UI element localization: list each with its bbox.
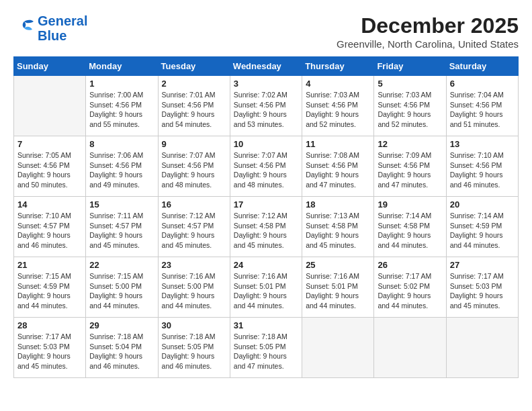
calendar-cell: 7Sunrise: 7:05 AM Sunset: 4:56 PM Daylig… [14, 136, 86, 197]
day-info: Sunrise: 7:06 AM Sunset: 4:56 PM Dayligh… [89, 150, 154, 190]
calendar-cell: 16Sunrise: 7:12 AM Sunset: 4:57 PM Dayli… [158, 197, 230, 257]
calendar-cell: 21Sunrise: 7:15 AM Sunset: 4:59 PM Dayli… [14, 257, 86, 318]
calendar-cell: 17Sunrise: 7:12 AM Sunset: 4:58 PM Dayli… [230, 197, 302, 257]
calendar-cell: 8Sunrise: 7:06 AM Sunset: 4:56 PM Daylig… [86, 136, 158, 197]
calendar-week-row: 28Sunrise: 7:17 AM Sunset: 5:03 PM Dayli… [14, 318, 519, 378]
day-info: Sunrise: 7:04 AM Sunset: 4:56 PM Dayligh… [450, 90, 515, 130]
day-number: 22 [89, 260, 154, 270]
day-info: Sunrise: 7:00 AM Sunset: 4:56 PM Dayligh… [89, 90, 154, 130]
day-number: 21 [17, 260, 82, 270]
day-number: 17 [234, 199, 298, 210]
day-number: 16 [162, 199, 226, 210]
day-number: 13 [450, 139, 515, 149]
day-number: 24 [234, 260, 298, 270]
day-number: 26 [378, 260, 442, 270]
day-number: 28 [17, 320, 82, 330]
day-number: 27 [450, 260, 515, 270]
day-number: 30 [162, 320, 226, 330]
day-number: 4 [306, 79, 370, 89]
calendar-cell: 30Sunrise: 7:18 AM Sunset: 5:05 PM Dayli… [158, 318, 230, 378]
day-info: Sunrise: 7:07 AM Sunset: 4:56 PM Dayligh… [234, 150, 298, 190]
calendar-cell: 26Sunrise: 7:17 AM Sunset: 5:02 PM Dayli… [374, 257, 446, 318]
day-number: 11 [306, 139, 370, 149]
weekday-header: Thursday [302, 57, 374, 76]
calendar-cell: 9Sunrise: 7:07 AM Sunset: 4:56 PM Daylig… [158, 136, 230, 197]
calendar-cell: 27Sunrise: 7:17 AM Sunset: 5:03 PM Dayli… [446, 257, 518, 318]
calendar-cell: 15Sunrise: 7:11 AM Sunset: 4:57 PM Dayli… [86, 197, 158, 257]
logo: General Blue [13, 13, 87, 43]
calendar-cell: 11Sunrise: 7:08 AM Sunset: 4:56 PM Dayli… [302, 136, 374, 197]
calendar-week-row: 21Sunrise: 7:15 AM Sunset: 4:59 PM Dayli… [14, 257, 519, 318]
calendar-cell: 24Sunrise: 7:16 AM Sunset: 5:01 PM Dayli… [230, 257, 302, 318]
day-info: Sunrise: 7:11 AM Sunset: 4:57 PM Dayligh… [89, 211, 154, 250]
day-number: 25 [306, 260, 370, 270]
weekday-header: Friday [374, 57, 446, 76]
month-title: December 2025 [337, 13, 519, 38]
day-number: 8 [89, 139, 154, 149]
day-info: Sunrise: 7:18 AM Sunset: 5:05 PM Dayligh… [162, 332, 226, 371]
day-number: 23 [162, 260, 226, 270]
calendar-cell [14, 76, 86, 136]
calendar-cell [374, 318, 446, 378]
calendar-cell: 25Sunrise: 7:16 AM Sunset: 5:01 PM Dayli… [302, 257, 374, 318]
day-number: 19 [378, 199, 442, 210]
day-info: Sunrise: 7:01 AM Sunset: 4:56 PM Dayligh… [162, 90, 226, 130]
weekday-header: Monday [86, 57, 158, 76]
calendar-cell: 28Sunrise: 7:17 AM Sunset: 5:03 PM Dayli… [14, 318, 86, 378]
day-info: Sunrise: 7:02 AM Sunset: 4:56 PM Dayligh… [234, 90, 298, 130]
day-info: Sunrise: 7:07 AM Sunset: 4:56 PM Dayligh… [162, 150, 226, 190]
logo-line2: Blue [38, 28, 87, 43]
day-number: 29 [89, 320, 154, 330]
calendar-cell: 14Sunrise: 7:10 AM Sunset: 4:57 PM Dayli… [14, 197, 86, 257]
day-info: Sunrise: 7:14 AM Sunset: 4:59 PM Dayligh… [450, 211, 515, 250]
day-info: Sunrise: 7:03 AM Sunset: 4:56 PM Dayligh… [378, 90, 442, 130]
day-number: 5 [378, 79, 442, 89]
logo-icon [13, 19, 35, 38]
day-number: 9 [162, 139, 226, 149]
calendar-week-row: 7Sunrise: 7:05 AM Sunset: 4:56 PM Daylig… [14, 136, 519, 197]
day-info: Sunrise: 7:08 AM Sunset: 4:56 PM Dayligh… [306, 150, 370, 190]
calendar-header-row: SundayMondayTuesdayWednesdayThursdayFrid… [14, 57, 519, 76]
day-info: Sunrise: 7:13 AM Sunset: 4:58 PM Dayligh… [306, 211, 370, 250]
day-info: Sunrise: 7:15 AM Sunset: 4:59 PM Dayligh… [17, 271, 82, 311]
day-number: 15 [89, 199, 154, 210]
day-info: Sunrise: 7:15 AM Sunset: 5:00 PM Dayligh… [89, 271, 154, 311]
day-info: Sunrise: 7:09 AM Sunset: 4:56 PM Dayligh… [378, 150, 442, 190]
calendar-cell: 13Sunrise: 7:10 AM Sunset: 4:56 PM Dayli… [446, 136, 518, 197]
day-number: 10 [234, 139, 298, 149]
day-info: Sunrise: 7:16 AM Sunset: 5:01 PM Dayligh… [306, 271, 370, 311]
day-info: Sunrise: 7:17 AM Sunset: 5:03 PM Dayligh… [450, 271, 515, 311]
calendar-cell: 5Sunrise: 7:03 AM Sunset: 4:56 PM Daylig… [374, 76, 446, 136]
day-number: 3 [234, 79, 298, 89]
weekday-header: Tuesday [158, 57, 230, 76]
page-header: General Blue December 2025 Greenville, N… [13, 13, 519, 50]
calendar-cell: 2Sunrise: 7:01 AM Sunset: 4:56 PM Daylig… [158, 76, 230, 136]
calendar-cell: 6Sunrise: 7:04 AM Sunset: 4:56 PM Daylig… [446, 76, 518, 136]
weekday-header: Saturday [446, 57, 518, 76]
calendar-cell: 12Sunrise: 7:09 AM Sunset: 4:56 PM Dayli… [374, 136, 446, 197]
calendar-table: SundayMondayTuesdayWednesdayThursdayFrid… [13, 56, 519, 378]
day-number: 12 [378, 139, 442, 149]
day-number: 2 [162, 79, 226, 89]
calendar-cell: 1Sunrise: 7:00 AM Sunset: 4:56 PM Daylig… [86, 76, 158, 136]
weekday-header: Wednesday [230, 57, 302, 76]
calendar-cell [446, 318, 518, 378]
calendar-cell: 29Sunrise: 7:18 AM Sunset: 5:04 PM Dayli… [86, 318, 158, 378]
calendar-cell: 22Sunrise: 7:15 AM Sunset: 5:00 PM Dayli… [86, 257, 158, 318]
day-info: Sunrise: 7:17 AM Sunset: 5:02 PM Dayligh… [378, 271, 442, 311]
day-info: Sunrise: 7:14 AM Sunset: 4:58 PM Dayligh… [378, 211, 442, 250]
calendar-cell: 3Sunrise: 7:02 AM Sunset: 4:56 PM Daylig… [230, 76, 302, 136]
day-number: 31 [234, 320, 298, 330]
calendar-cell: 4Sunrise: 7:03 AM Sunset: 4:56 PM Daylig… [302, 76, 374, 136]
calendar-cell [302, 318, 374, 378]
location-title: Greenville, North Carolina, United State… [337, 38, 519, 50]
day-number: 14 [17, 199, 82, 210]
calendar-cell: 23Sunrise: 7:16 AM Sunset: 5:00 PM Dayli… [158, 257, 230, 318]
day-number: 1 [89, 79, 154, 89]
day-info: Sunrise: 7:12 AM Sunset: 4:57 PM Dayligh… [162, 211, 226, 250]
calendar-cell: 19Sunrise: 7:14 AM Sunset: 4:58 PM Dayli… [374, 197, 446, 257]
calendar-cell: 31Sunrise: 7:18 AM Sunset: 5:05 PM Dayli… [230, 318, 302, 378]
day-number: 20 [450, 199, 515, 210]
day-info: Sunrise: 7:10 AM Sunset: 4:56 PM Dayligh… [450, 150, 515, 190]
title-block: December 2025 Greenville, North Carolina… [337, 13, 519, 50]
